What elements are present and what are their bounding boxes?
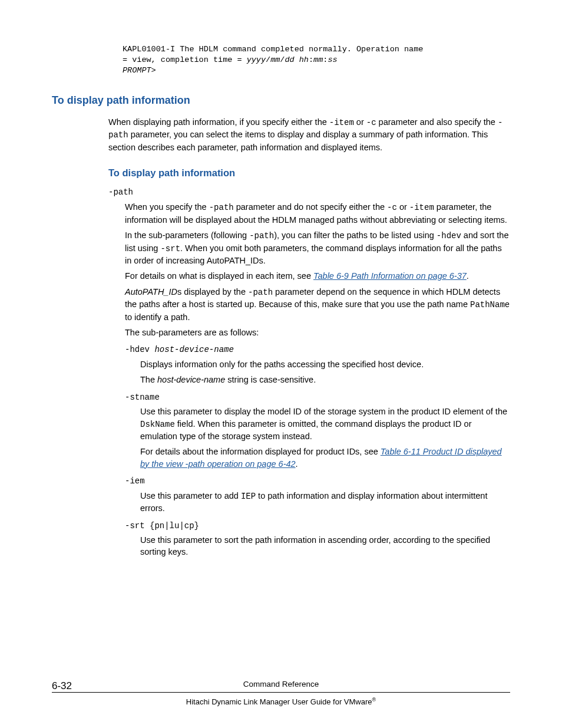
inline-code: -item: [329, 118, 354, 127]
param-body-stname: Use this parameter to display the model …: [140, 406, 510, 470]
inline-code: -path: [209, 203, 234, 212]
code-line: KAPL01001-I The HDLM command completed n…: [123, 45, 428, 54]
param-placeholder: host-device-name: [154, 345, 233, 354]
link-table-6-9[interactable]: Table 6-9 Path Information on page 6-37: [313, 271, 467, 281]
code-line: = view, completion time =: [123, 55, 247, 64]
code-var: ss: [328, 55, 337, 64]
inline-code: -path: [248, 288, 273, 297]
param-body-iem: Use this parameter to add IEP to path in…: [140, 490, 510, 515]
intro-paragraph: When displaying path information, if you…: [108, 116, 510, 153]
code-output-block: KAPL01001-I The HDLM command completed n…: [123, 44, 510, 77]
italic-term: AutoPATH_ID: [125, 287, 177, 297]
inline-code: -path: [249, 231, 274, 241]
italic-term: host-device-name: [157, 375, 225, 384]
param-term-iem: -iem: [125, 476, 510, 487]
param-term-path: -path: [108, 187, 510, 199]
inline-code: -c: [366, 118, 376, 127]
code-var: mm: [313, 55, 323, 64]
param-term-srt: -srt {pn|lu|cp}: [125, 521, 510, 532]
page-footer: 6-32 Command Reference Hitachi Dynamic L…: [52, 679, 510, 708]
footer-book-title: Hitachi Dynamic Link Manager User Guide …: [52, 696, 510, 708]
inline-code: -c: [387, 203, 397, 212]
footer-divider: [52, 692, 510, 693]
param-term-hdev: -hdev host-device-name: [125, 344, 510, 356]
inline-code: DskName: [140, 420, 175, 429]
footer-chapter-title: Command Reference: [243, 680, 319, 689]
code-var: dd hh: [285, 55, 309, 64]
code-var: yyyy: [247, 55, 266, 64]
document-page: KAPL01001-I The HDLM command completed n…: [0, 0, 562, 728]
inline-code: IEP: [241, 492, 256, 501]
inline-code: -hdev: [437, 231, 461, 241]
code-prompt: PROMPT: [123, 66, 151, 75]
param-body-path: When you specify the -path parameter and…: [125, 201, 510, 338]
section-heading: To display path information: [52, 93, 510, 108]
inline-code: -item: [409, 203, 434, 212]
sub-section-heading: To display path information: [108, 166, 510, 180]
registered-symbol: ®: [372, 697, 376, 703]
param-body-srt: Use this parameter to sort the path info…: [140, 534, 510, 558]
param-body-hdev: Displays information only for the paths …: [140, 358, 510, 386]
inline-code: PathName: [470, 300, 510, 309]
page-number: 6-32: [52, 679, 72, 693]
param-term-stname: -stname: [125, 392, 510, 404]
inline-code: -srt: [160, 244, 180, 253]
code-var: mm: [270, 55, 280, 64]
